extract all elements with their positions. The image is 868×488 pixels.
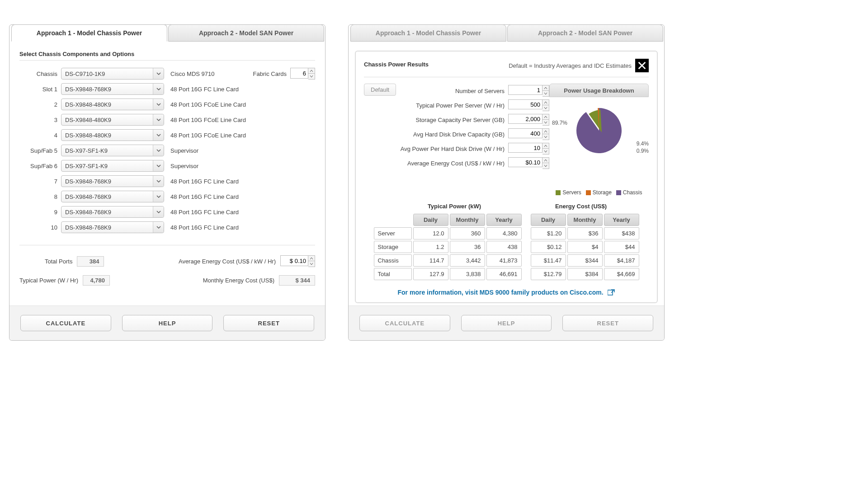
slot-select-7[interactable]: DS-X9848-768K9 <box>61 175 164 187</box>
up-icon[interactable] <box>542 129 549 134</box>
input-stepper-2[interactable] <box>508 114 549 126</box>
tab-approach-2[interactable]: Approach 2 - Model SAN Power <box>168 24 324 42</box>
table-row: $11.47$344$4,187 <box>531 254 639 267</box>
tables-area: Typical Power (kW) Energy Cost (US$) Dai… <box>364 203 649 282</box>
input-stepper-3[interactable] <box>508 128 549 140</box>
slot-select-2[interactable]: DS-X9848-480K9 <box>61 99 164 110</box>
up-icon[interactable] <box>542 143 549 149</box>
calculate-button[interactable]: CALCULATE <box>20 315 111 331</box>
avg-energy-stepper[interactable] <box>280 255 315 267</box>
input-field[interactable] <box>508 143 542 153</box>
table-row: Chassis114.73,44241,873 <box>374 254 522 267</box>
calculate-button[interactable]: CALCULATE <box>359 315 450 331</box>
monthly-energy-label: Monthly Energy Cost (US$) <box>203 277 274 284</box>
table-cell: 3,442 <box>450 254 485 267</box>
input-stepper-5[interactable] <box>508 157 549 169</box>
table-cell: $344 <box>567 254 603 267</box>
slot-select-8[interactable]: DS-X9848-768K9 <box>61 191 164 202</box>
down-icon[interactable] <box>308 74 315 79</box>
down-icon[interactable] <box>542 105 549 111</box>
stepper-buttons[interactable] <box>542 85 549 97</box>
inputs-column: Default Number of Servers Typical Power … <box>364 84 549 196</box>
slot-select-5[interactable]: DS-X97-SF1-K9 <box>61 145 164 156</box>
legend-servers: Servers <box>562 189 581 196</box>
slot-select-6[interactable]: DS-X97-SF1-K9 <box>61 160 164 172</box>
up-icon[interactable] <box>542 100 549 105</box>
slot-row: Sup/Fab 6 DS-X97-SF1-K9 Supervisor <box>19 160 315 172</box>
chevron-down-icon <box>153 222 164 233</box>
avg-energy-input[interactable] <box>280 255 308 266</box>
stepper-buttons[interactable] <box>542 157 549 169</box>
fabric-cards-input[interactable] <box>290 68 308 79</box>
up-icon[interactable] <box>308 68 315 74</box>
slot-select-3[interactable]: DS-X9848-480K9 <box>61 114 164 126</box>
reset-button[interactable]: RESET <box>223 315 314 331</box>
table-title-cost: Energy Cost (US$) <box>522 203 640 210</box>
table-row: Storage1.236438 <box>374 241 522 253</box>
stepper-buttons[interactable] <box>308 68 315 80</box>
input-field[interactable] <box>508 157 542 167</box>
down-icon[interactable] <box>308 261 315 267</box>
chevron-down-icon <box>153 114 164 125</box>
stepper-buttons[interactable] <box>308 255 315 267</box>
down-icon[interactable] <box>542 163 549 169</box>
down-icon[interactable] <box>542 149 549 154</box>
row-label: Chassis <box>374 254 412 267</box>
up-icon[interactable] <box>308 256 315 261</box>
down-icon[interactable] <box>542 91 549 96</box>
input-stepper-0[interactable] <box>508 85 549 97</box>
down-icon[interactable] <box>542 134 549 140</box>
up-icon[interactable] <box>542 114 549 120</box>
table-row: $0.12$4$44 <box>531 241 639 253</box>
slot-label: 7 <box>19 178 61 185</box>
slot-select-1[interactable]: DS-X9848-768K9 <box>61 83 164 95</box>
slot-select-4[interactable]: DS-X9848-480K9 <box>61 129 164 141</box>
input-field[interactable] <box>508 99 542 109</box>
typical-power-value: 4,780 <box>83 275 110 286</box>
help-button[interactable]: HELP <box>122 315 213 331</box>
right-button-row: CALCULATE HELP RESET <box>349 305 664 340</box>
slot-value: DS-X97-SF1-K9 <box>65 147 108 154</box>
help-button[interactable]: HELP <box>461 315 552 331</box>
default-button[interactable]: Default <box>364 84 396 96</box>
left-body: Select Chassis Components and Options Ch… <box>9 42 325 303</box>
slot-desc: 48 Port 10G FCoE Line Card <box>170 101 315 108</box>
total-ports-value: 384 <box>77 256 104 267</box>
chassis-label: Chassis <box>19 70 61 77</box>
table-header: Monthly <box>450 214 485 226</box>
slot-select-9[interactable]: DS-X9848-768K9 <box>61 206 164 218</box>
pie-ann-2: 0.9% <box>637 148 649 154</box>
stepper-buttons[interactable] <box>542 114 549 126</box>
monthly-energy-value: $ 344 <box>279 275 315 286</box>
reset-button[interactable]: RESET <box>562 315 653 331</box>
up-icon[interactable] <box>542 158 549 163</box>
pie-ann-0: 89.7% <box>552 120 567 126</box>
table-cell: 46,691 <box>486 268 522 280</box>
input-stepper-1[interactable] <box>508 99 549 111</box>
result-input-row: Average Energy Cost (US$ / kW / Hr) <box>364 157 549 169</box>
down-icon[interactable] <box>542 120 549 125</box>
table-cell: 36 <box>450 241 485 253</box>
input-field[interactable] <box>508 85 542 95</box>
slot-row: 3 DS-X9848-480K9 48 Port 10G FCoE Line C… <box>19 114 315 126</box>
up-icon[interactable] <box>542 85 549 91</box>
legend-storage: Storage <box>593 189 612 196</box>
fabric-cards-stepper[interactable] <box>290 68 315 80</box>
stepper-buttons[interactable] <box>542 143 549 155</box>
results-title: Chassis Power Results <box>364 61 429 68</box>
chassis-select[interactable]: DS-C9710-1K9 <box>61 68 164 80</box>
input-stepper-4[interactable] <box>508 143 549 155</box>
table-header: Yearly <box>486 214 522 226</box>
table-row: $12.79$384$4,669 <box>531 268 639 280</box>
tab-approach-1[interactable]: Approach 1 - Model Chassis Power <box>350 24 506 42</box>
input-field[interactable] <box>508 128 542 138</box>
fabric-cards-label: Fabric Cards <box>253 70 287 77</box>
close-icon[interactable] <box>635 59 649 72</box>
input-field[interactable] <box>508 114 542 124</box>
more-info-link[interactable]: For more information, visit MDS 9000 fam… <box>364 289 649 297</box>
stepper-buttons[interactable] <box>542 99 549 111</box>
tab-approach-1[interactable]: Approach 1 - Model Chassis Power <box>11 24 167 42</box>
slot-select-10[interactable]: DS-X9848-768K9 <box>61 221 164 233</box>
tab-approach-2[interactable]: Approach 2 - Model SAN Power <box>507 24 663 42</box>
stepper-buttons[interactable] <box>542 128 549 140</box>
